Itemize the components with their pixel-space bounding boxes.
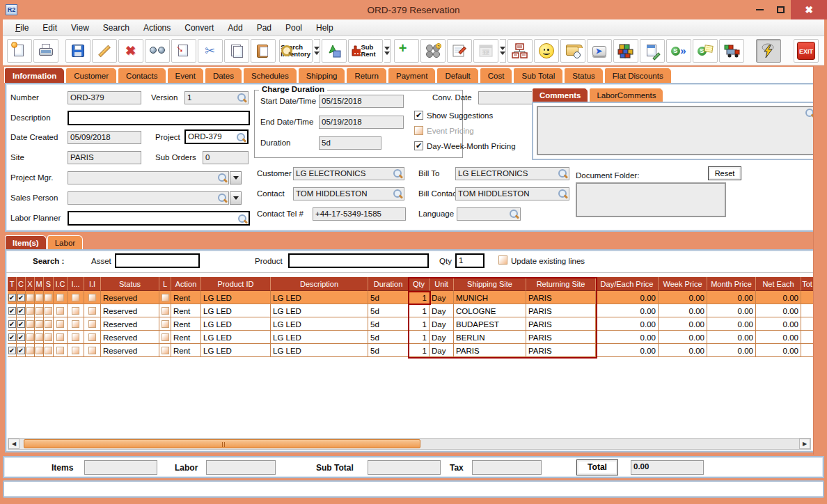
print-button[interactable]	[33, 39, 58, 63]
paste-special-button[interactable]: →	[171, 39, 196, 63]
menu-edit[interactable]: Edit	[36, 21, 64, 35]
cell-ic[interactable]	[54, 317, 68, 331]
qty-input[interactable]: 1	[455, 253, 485, 268]
row-checkbox-t[interactable]: ✔	[8, 347, 16, 354]
col-header-x[interactable]: X	[26, 277, 35, 291]
cell-action[interactable]: Rent	[171, 344, 201, 357]
row-checkbox-c[interactable]: ✔	[17, 294, 25, 301]
cell-m[interactable]	[35, 344, 44, 357]
row-checkbox-t[interactable]: ✔	[8, 333, 16, 341]
cell-tot[interactable]	[801, 291, 814, 304]
cell-tot[interactable]	[801, 317, 814, 331]
maximize-button[interactable]	[770, 0, 791, 19]
cell-returning_site[interactable]: PARIS	[526, 344, 596, 357]
cell-status[interactable]: Reserved	[101, 331, 159, 344]
col-header-action[interactable]: Action	[171, 277, 201, 291]
cell-qty[interactable]: 1	[409, 344, 430, 357]
cell-qty[interactable]: 1	[409, 291, 430, 304]
cell-unit[interactable]: Day	[430, 291, 454, 304]
row-checkbox-idot[interactable]	[72, 347, 79, 354]
cell-x[interactable]	[26, 331, 35, 344]
cell-status[interactable]: Reserved	[101, 304, 159, 317]
cell-t[interactable]: ✔	[8, 331, 17, 344]
cell-ic[interactable]	[54, 331, 68, 344]
tab-contacts[interactable]: Contacts	[118, 68, 166, 83]
row-checkbox-l[interactable]	[162, 294, 169, 301]
update-existing-lines-checkbox[interactable]	[498, 255, 507, 265]
tab-labor[interactable]: Labor	[47, 235, 83, 249]
cell-week_price[interactable]: 0.00	[659, 317, 707, 331]
cell-product_id[interactable]: LG LED	[201, 304, 271, 317]
cell-l[interactable]	[159, 291, 171, 304]
tab-comments[interactable]: Comments	[532, 88, 588, 102]
tab-customer[interactable]: Customer	[65, 68, 117, 83]
contact-field[interactable]: TOM HIDDLESTON	[293, 187, 404, 200]
cell-action[interactable]: Rent	[171, 317, 201, 331]
col-header-status[interactable]: Status	[101, 277, 159, 291]
row-checkbox-idot[interactable]	[72, 294, 79, 301]
cell-t[interactable]: ✔	[8, 344, 17, 357]
cell-qty[interactable]: 1	[409, 304, 430, 317]
sales-person-dropdown[interactable]	[230, 191, 242, 205]
cell-t[interactable]: ✔	[8, 291, 17, 304]
col-header-net_each[interactable]: Net Each	[756, 277, 801, 291]
menu-add[interactable]: Add	[221, 21, 249, 35]
tab-shipping[interactable]: Shipping	[298, 68, 346, 83]
cell-returning_site[interactable]: PARIS	[526, 317, 596, 331]
table-row[interactable]: ✔✔ReservedRentLG LEDLG LED5d1DayMUNICHPA…	[8, 291, 814, 304]
folder-history-button[interactable]	[560, 39, 585, 63]
cell-c[interactable]: ✔	[17, 291, 26, 304]
tab-information[interactable]: Information	[4, 68, 65, 83]
truck-delivery-button[interactable]	[719, 39, 744, 63]
menu-pool[interactable]: Pool	[278, 21, 309, 35]
cell-m[interactable]	[35, 331, 44, 344]
row-checkbox-l[interactable]	[162, 347, 169, 354]
cell-action[interactable]: Rent	[171, 291, 201, 304]
horizontal-scrollbar[interactable]: ◀ ▶	[8, 438, 811, 450]
row-checkbox-ic[interactable]	[56, 307, 64, 315]
row-checkbox-t[interactable]: ✔	[8, 294, 16, 301]
cell-day_each_price[interactable]: 0.00	[596, 291, 659, 304]
cell-tot[interactable]	[801, 344, 814, 357]
row-checkbox-ic[interactable]	[56, 347, 64, 354]
cell-s[interactable]	[44, 344, 54, 357]
cell-week_price[interactable]: 0.00	[659, 344, 707, 357]
cell-description[interactable]: LG LED	[271, 304, 368, 317]
cell-m[interactable]	[35, 317, 44, 331]
product-input[interactable]	[288, 253, 429, 268]
row-checkbox-ic[interactable]	[56, 333, 64, 341]
search-inventory-dropdown[interactable]	[314, 39, 320, 63]
tab-laborcomments[interactable]: LaborComments	[589, 88, 663, 102]
row-checkbox-ic[interactable]	[56, 320, 64, 328]
language-search-icon[interactable]	[509, 209, 519, 219]
number-field[interactable]: ORD-379	[68, 91, 141, 104]
row-checkbox-s[interactable]	[45, 307, 52, 315]
labor-planner-search-icon[interactable]	[237, 214, 248, 224]
cell-c[interactable]: ✔	[17, 331, 26, 344]
sub-orders-field[interactable]: 0	[203, 151, 249, 164]
cell-description[interactable]: LG LED	[271, 291, 368, 304]
row-checkbox-c[interactable]: ✔	[17, 347, 25, 354]
row-checkbox-s[interactable]	[45, 347, 52, 354]
col-header-t[interactable]: T	[8, 277, 17, 291]
asset-input[interactable]	[115, 253, 200, 268]
cell-month_price[interactable]: 0.00	[707, 304, 756, 317]
cell-qty[interactable]: 1	[409, 331, 430, 344]
calendar-button[interactable]: 12	[473, 39, 498, 63]
cell-action[interactable]: Rent	[171, 304, 201, 317]
cell-ii[interactable]	[84, 331, 101, 344]
edit-document-button[interactable]	[640, 39, 665, 63]
menu-convert[interactable]: Convert	[178, 21, 221, 35]
cell-qty[interactable]: 1	[409, 317, 430, 331]
cell-m[interactable]	[35, 304, 44, 317]
cell-x[interactable]	[26, 291, 35, 304]
col-header-month_price[interactable]: Month Price	[707, 277, 756, 291]
sub-rent-dropdown[interactable]	[384, 39, 391, 63]
cell-week_price[interactable]: 0.00	[659, 304, 707, 317]
row-checkbox-l[interactable]	[162, 320, 169, 328]
row-checkbox-m[interactable]	[36, 347, 43, 354]
customer-field[interactable]: LG ELECTRONICS	[293, 167, 404, 180]
row-checkbox-ii[interactable]	[88, 320, 96, 328]
cell-day_each_price[interactable]: 0.00	[596, 317, 659, 331]
cell-l[interactable]	[159, 317, 171, 331]
